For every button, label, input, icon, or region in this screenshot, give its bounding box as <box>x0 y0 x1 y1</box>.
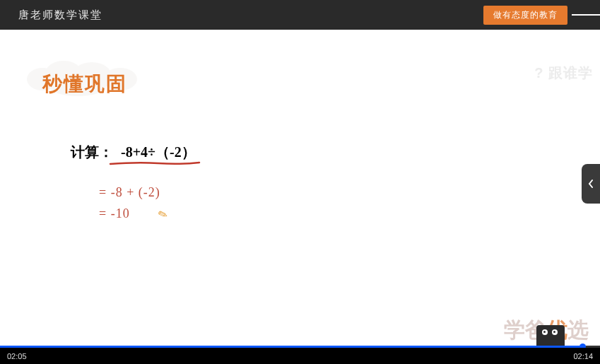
problem-label: 计算： <box>71 144 113 160</box>
watermark-part-c: 选 <box>567 318 589 341</box>
header-divider <box>572 14 600 16</box>
underline-stroke-icon <box>109 161 201 167</box>
watermark-top: ? 跟谁学 <box>534 64 593 83</box>
section-title: 秒懂巩固 <box>42 71 127 98</box>
mascot-character-icon <box>535 310 567 348</box>
work-step-2: = -10 <box>99 206 130 221</box>
side-expand-tab[interactable] <box>582 164 600 204</box>
problem-line: 计算： -8+4÷（-2） <box>71 143 196 162</box>
problem-expression: -8+4÷（-2） <box>121 144 196 160</box>
chevron-left-icon <box>587 179 594 189</box>
channel-title: 唐老师数学课堂 <box>18 8 102 22</box>
time-current: 02:05 <box>7 352 27 360</box>
time-total: 02:14 <box>573 352 593 360</box>
slide-content: 秒懂巩固 计算： -8+4÷（-2） = -8 + (-2) = -10 ✎ ?… <box>0 30 600 348</box>
video-content-frame: 唐老师数学课堂 做有态度的教育 秒懂巩固 计算： -8+4÷（-2） = -8 … <box>0 0 600 348</box>
work-step-1: = -8 + (-2) <box>99 185 160 200</box>
slide-header: 唐老师数学课堂 做有态度的教育 <box>0 0 600 30</box>
pencil-cursor-icon: ✎ <box>156 206 170 222</box>
player-controls-bar: 02:05 02:14 <box>0 348 600 364</box>
education-badge: 做有态度的教育 <box>483 6 567 25</box>
section-title-block: 秒懂巩固 <box>42 71 127 98</box>
